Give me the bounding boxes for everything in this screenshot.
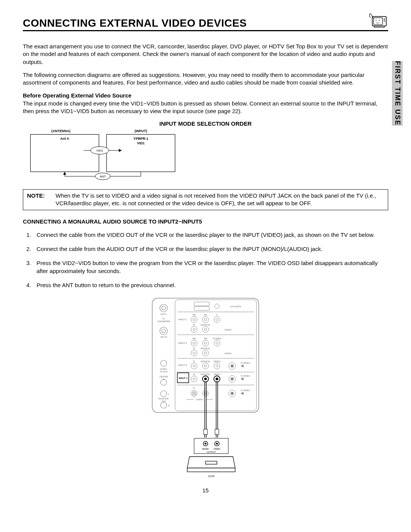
svg-text:S-VIDEO: S-VIDEO bbox=[241, 375, 250, 377]
svg-rect-6 bbox=[374, 26, 384, 27]
svg-text:DVI-HDTV: DVI-HDTV bbox=[231, 305, 241, 308]
svg-point-52 bbox=[202, 316, 209, 323]
intro-para-2: The following connection diagrams are of… bbox=[23, 71, 388, 87]
svg-text:Video: Video bbox=[213, 447, 220, 450]
steps-list: Connect the cable from the VIDEO OUT of … bbox=[23, 231, 388, 289]
svg-point-21 bbox=[162, 306, 166, 310]
step-2: Connect the cable from the AUDIO OUT of … bbox=[33, 245, 388, 253]
svg-text:AUDIO: AUDIO bbox=[160, 368, 167, 370]
note-label: NOTE: bbox=[27, 192, 56, 208]
svg-text:L: L bbox=[168, 393, 170, 395]
subhead-before-operating: Before Operating External Video Source bbox=[23, 92, 388, 99]
step-4: Press the ANT button to return to the pr… bbox=[33, 281, 388, 289]
svg-text:PR: PR bbox=[204, 314, 207, 316]
svg-point-103 bbox=[193, 378, 195, 380]
svg-point-79 bbox=[204, 352, 207, 354]
svg-point-50 bbox=[191, 316, 197, 323]
svg-text:INPUT 1: INPUT 1 bbox=[178, 318, 188, 321]
svg-text:R: R bbox=[193, 360, 195, 363]
subhead-monaural: CONNECTING A MONAURAL AUDIO SOURCE TO IN… bbox=[23, 218, 388, 225]
vid1-label: VID1 bbox=[137, 141, 145, 145]
step-3: Press the VID2~VID5 button to view the p… bbox=[33, 259, 388, 275]
svg-text:R: R bbox=[168, 404, 170, 407]
svg-text:(MONO)/L: (MONO)/L bbox=[201, 373, 210, 375]
svg-text:R: R bbox=[193, 324, 195, 326]
svg-text:MONITOR: MONITOR bbox=[159, 398, 169, 400]
svg-point-2 bbox=[384, 18, 385, 19]
input-mode-title: INPUT MODE SELECTION ORDER bbox=[23, 120, 388, 127]
svg-point-58 bbox=[191, 326, 197, 332]
svg-point-22 bbox=[160, 327, 167, 335]
svg-text:PB: PB bbox=[193, 314, 196, 316]
svg-rect-135 bbox=[215, 429, 219, 435]
svg-text:OUTPUT: OUTPUT bbox=[207, 451, 216, 453]
svg-text:IN: IN bbox=[162, 378, 165, 380]
svg-point-107 bbox=[216, 377, 218, 380]
svg-text:Y/VIDEO: Y/VIDEO bbox=[212, 337, 222, 340]
svg-point-72 bbox=[214, 340, 220, 346]
svg-point-77 bbox=[193, 352, 195, 354]
page-header: CONNECTING EXTERNAL VIDEO DEVICES bbox=[23, 11, 388, 31]
note-box: NOTE: When the TV is set to VIDEO and a … bbox=[23, 189, 388, 210]
svg-point-61 bbox=[204, 328, 207, 331]
svg-point-90 bbox=[214, 363, 220, 369]
tv-cartoon-icon bbox=[369, 11, 388, 29]
side-tab: FIRST TIME USE bbox=[392, 61, 403, 126]
svg-point-109 bbox=[231, 377, 234, 380]
svg-text:CONVERTER: CONVERTER bbox=[157, 320, 170, 323]
svg-point-102 bbox=[191, 376, 197, 382]
svg-point-71 bbox=[204, 342, 207, 344]
svg-point-138 bbox=[205, 443, 207, 444]
svg-rect-144 bbox=[187, 468, 235, 472]
svg-text:PB: PB bbox=[193, 337, 196, 340]
svg-point-86 bbox=[191, 363, 197, 369]
svg-point-59 bbox=[193, 328, 195, 331]
svg-point-87 bbox=[193, 365, 195, 367]
svg-point-20 bbox=[160, 304, 167, 312]
svg-text:INPUT 4: INPUT 4 bbox=[178, 377, 188, 379]
svg-point-127 bbox=[231, 392, 234, 395]
svg-point-4 bbox=[376, 20, 376, 21]
svg-text:Audio: Audio bbox=[202, 447, 209, 450]
svg-point-24 bbox=[161, 360, 167, 366]
svg-marker-12 bbox=[119, 149, 122, 152]
svg-text:AUDIO: AUDIO bbox=[196, 398, 203, 401]
svg-text:R: R bbox=[193, 387, 195, 389]
svg-text:PR: PR bbox=[204, 337, 207, 340]
svg-rect-41 bbox=[194, 302, 209, 306]
svg-marker-129 bbox=[241, 392, 244, 395]
svg-text:AUDIO: AUDIO bbox=[225, 352, 232, 355]
svg-rect-42 bbox=[194, 307, 209, 310]
svg-text:ANT A: ANT A bbox=[160, 313, 167, 315]
step-1: Connect the cable from the VIDEO OUT of … bbox=[33, 231, 388, 239]
svg-text:Y: Y bbox=[216, 314, 218, 316]
svg-rect-145 bbox=[206, 461, 217, 464]
svg-point-51 bbox=[193, 318, 195, 321]
page: FIRST TIME USE CONNECTING EXTERNAL VIDEO… bbox=[0, 0, 411, 501]
svg-point-55 bbox=[216, 318, 218, 321]
svg-text:CENTER: CENTER bbox=[159, 375, 168, 378]
svg-point-88 bbox=[202, 363, 209, 369]
svg-text:TO: TO bbox=[162, 318, 165, 320]
svg-point-69 bbox=[193, 342, 195, 344]
ant-a-label: Ant A bbox=[60, 137, 69, 141]
svg-rect-40 bbox=[175, 300, 256, 411]
svg-text:VIDEO: VIDEO bbox=[213, 360, 221, 363]
svg-point-53 bbox=[204, 318, 207, 321]
svg-point-70 bbox=[202, 340, 209, 346]
intro-para-1: The exact arrangement you use to connect… bbox=[23, 43, 388, 66]
page-number: 15 bbox=[23, 487, 388, 494]
svg-point-73 bbox=[216, 342, 218, 344]
svg-rect-1 bbox=[374, 18, 382, 25]
svg-point-5 bbox=[379, 20, 380, 21]
svg-point-105 bbox=[204, 377, 207, 380]
page-title: CONNECTING EXTERNAL VIDEO DEVICES bbox=[23, 17, 247, 29]
svg-text:VIDEO: VIDEO bbox=[213, 373, 221, 375]
input-header: (INPUT) bbox=[135, 129, 147, 133]
ypbpr-label: YPBPR:1 bbox=[133, 137, 148, 141]
svg-text:OUT: OUT bbox=[161, 400, 166, 403]
svg-point-26 bbox=[161, 391, 167, 397]
svg-point-23 bbox=[162, 329, 166, 333]
svg-text:INPUT 2: INPUT 2 bbox=[178, 342, 188, 344]
svg-point-43 bbox=[215, 304, 219, 308]
